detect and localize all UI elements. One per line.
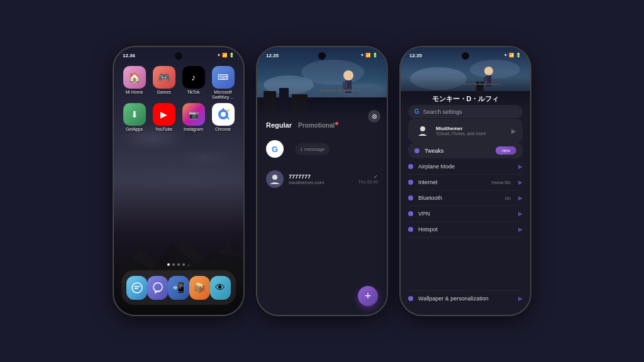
- tab-promotional[interactable]: Promotional: [298, 122, 338, 129]
- bluetooth-dot: [408, 195, 413, 200]
- svg-rect-18: [320, 90, 358, 91]
- google-message-bar: 1 message: [295, 143, 330, 155]
- message-tabs: Regular Promotional: [266, 121, 338, 129]
- getapps-icon: ⬇: [123, 103, 146, 126]
- account-avatar: [414, 123, 431, 139]
- message-row-1[interactable]: 7777777 miuithemer.com ✓ Thu 08:49: [257, 165, 387, 193]
- instagram-label: Instagram: [184, 127, 203, 132]
- tweaks-row[interactable]: Tweaks new: [408, 143, 523, 158]
- dock-chat[interactable]: [147, 276, 168, 300]
- app-getapps[interactable]: ⬇ GetApps: [121, 103, 147, 132]
- svg-point-41: [420, 126, 425, 131]
- tab-regular[interactable]: Regular: [266, 121, 292, 129]
- settings-list: Airplane Mode ▶ Internet Home-5G ▶ Bluet…: [408, 159, 523, 238]
- message-sender-1: 7777777: [289, 173, 353, 180]
- settings-bluetooth[interactable]: Bluetooth On ▶: [408, 190, 523, 206]
- compose-fab[interactable]: +: [358, 286, 378, 306]
- account-row[interactable]: Miuithemer 'iCloud, iTunes, and more' ▶: [408, 119, 523, 143]
- hotspot-dot: [408, 227, 413, 232]
- app-swiftkey[interactable]: ⌨ Microsoft SwiftKey ...: [210, 66, 236, 99]
- getapps-label: GetApps: [126, 127, 143, 132]
- wallpaper-chevron: ▶: [518, 295, 523, 302]
- wallpaper-row[interactable]: Wallpaper & personalization ▶: [408, 290, 523, 306]
- svg-point-6: [153, 283, 162, 292]
- svg-rect-12: [264, 91, 276, 123]
- hotspot-label: Hotspot: [418, 226, 513, 233]
- games-label: Games: [157, 90, 171, 95]
- svg-point-15: [343, 70, 353, 80]
- wallpaper-label: Wallpaper & personalization: [418, 295, 513, 302]
- google-message-row[interactable]: G 1 message: [257, 135, 387, 163]
- svg-rect-32: [486, 75, 491, 87]
- settings-airplane-mode[interactable]: Airplane Mode ▶: [408, 159, 523, 175]
- dot-3: [177, 263, 180, 266]
- tweaks-new-button[interactable]: new: [496, 146, 516, 155]
- search-settings[interactable]: G Search settings: [408, 105, 523, 118]
- internet-chevron: ▶: [518, 179, 523, 185]
- message-checkmark: ✓: [358, 174, 378, 180]
- tiktok-label: TikTok: [187, 90, 200, 95]
- user-avatar-1: [266, 170, 284, 188]
- username: モンキー・D・ルフィ: [432, 95, 499, 102]
- google-preview: 1 message: [300, 146, 325, 152]
- instagram-icon: 📷: [182, 103, 205, 126]
- internet-label: Internet: [418, 179, 487, 185]
- svg-rect-34: [464, 84, 501, 85]
- dock-wallet[interactable]: 📲: [168, 276, 189, 300]
- youtube-icon: ▶: [153, 103, 175, 126]
- promotional-dot: [335, 122, 338, 125]
- dot-4: [182, 263, 185, 266]
- swiftkey-icon: ⌨: [212, 66, 235, 89]
- games-icon: 🎮: [153, 66, 175, 89]
- settings-hotspot[interactable]: Hotspot ▶: [408, 222, 523, 238]
- status-icons-3: ✦ 📶 🔋: [504, 53, 521, 58]
- fab-icon: +: [365, 290, 372, 303]
- app-tiktok[interactable]: ♪ TikTok: [180, 66, 206, 99]
- search-settings-label: Search settings: [423, 109, 462, 115]
- svg-point-27: [410, 67, 467, 90]
- svg-point-9: [301, 60, 364, 85]
- settings-vpn[interactable]: VPN ▶: [408, 206, 523, 222]
- app-grid: 🏠 Mi Home 🎮 Games ♪ TikTok ⌨ Microsoft S…: [121, 66, 236, 132]
- app-games[interactable]: 🎮 Games: [151, 66, 177, 99]
- phone-settings: 12.35 ✦ 📶 🔋 モンキー・D・ルフィ G Search settings…: [399, 46, 531, 316]
- wallpaper-dot: [408, 296, 413, 301]
- svg-rect-38: [486, 82, 487, 85]
- dot-2: [172, 263, 175, 266]
- settings-internet[interactable]: Internet Home-5G ▶: [408, 175, 523, 190]
- svg-rect-24: [355, 88, 356, 92]
- app-youtube[interactable]: ▶ YouTube: [151, 103, 177, 132]
- bluetooth-chevron: ▶: [518, 195, 523, 201]
- phone-homescreen: 12.36 ✦ 📶 🔋 🏠 Mi Home 🎮 Games ♪ TikTok ⌨…: [113, 46, 245, 316]
- dot-x: ✕: [187, 263, 190, 266]
- phone-messages: 12.35 ✦ 📶 🔋 ⚙ Regular Promotional G 1 me…: [256, 46, 388, 316]
- dot-1: [167, 263, 170, 266]
- app-chrome[interactable]: Chrome: [210, 103, 236, 132]
- svg-point-5: [132, 283, 142, 293]
- airplane-mode-dot: [408, 164, 413, 169]
- user-name-bar: モンキー・D・ルフィ: [409, 92, 521, 104]
- status-bar-3: 12.35 ✦ 📶 🔋: [401, 47, 530, 61]
- svg-rect-37: [479, 82, 480, 85]
- dock-eye[interactable]: 👁: [210, 276, 231, 300]
- account-chevron: ▶: [511, 128, 516, 134]
- app-instagram[interactable]: 📷 Instagram: [180, 103, 206, 132]
- status-icons-1: ✦ 📶 🔋: [217, 53, 235, 58]
- svg-rect-21: [336, 88, 337, 92]
- svg-rect-22: [342, 88, 343, 92]
- message-content-1: 7777777 miuithemer.com: [289, 173, 353, 185]
- app-mihome[interactable]: 🏠 Mi Home: [121, 66, 147, 99]
- svg-point-28: [470, 60, 520, 79]
- chrome-label: Chrome: [215, 127, 231, 132]
- gear-button[interactable]: ⚙: [368, 110, 380, 123]
- youtube-label: YouTube: [155, 127, 173, 132]
- svg-rect-13: [279, 88, 289, 123]
- dock-orange[interactable]: 📦: [189, 276, 210, 300]
- message-time-1: ✓ Thu 08:49: [358, 174, 378, 184]
- svg-rect-23: [348, 88, 350, 92]
- svg-rect-36: [473, 82, 474, 85]
- svg-rect-17: [343, 82, 347, 90]
- svg-rect-11: [257, 97, 387, 123]
- dock-messages[interactable]: [126, 276, 147, 300]
- svg-rect-33: [484, 77, 487, 84]
